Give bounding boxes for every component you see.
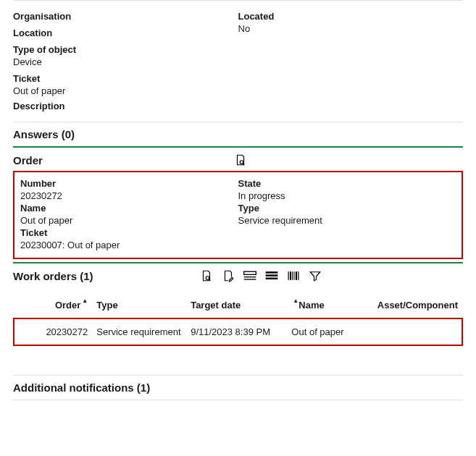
order-state-value: In progress — [238, 190, 456, 201]
organisation-label: Organisation — [13, 11, 238, 22]
svg-rect-9 — [265, 278, 277, 280]
description-label: Description — [13, 101, 238, 111]
additional-notifications-heading[interactable]: Additional notifications (1) — [13, 376, 463, 400]
sort-asc-icon: ▲ — [82, 298, 88, 304]
answers-heading[interactable]: Answers (0) — [13, 122, 463, 146]
cell-order: 20230272 — [14, 318, 92, 345]
svg-point-2 — [206, 276, 209, 280]
type-of-object-value: Device — [13, 56, 238, 67]
view-icon[interactable] — [198, 268, 215, 284]
col-order[interactable]: Order▲ — [14, 292, 92, 318]
order-name-value: Out of paper — [20, 215, 238, 226]
work-orders-table: Order▲ Type Target date ▲Name Asset/Comp… — [13, 292, 463, 346]
order-ticket-label: Ticket — [20, 227, 238, 238]
col-target-date[interactable]: Target date — [186, 292, 287, 318]
order-number-value: 20230272 — [20, 190, 238, 201]
order-ticket-value: 20230007: Out of paper — [20, 240, 238, 250]
order-type-label: Type — [238, 203, 456, 214]
svg-rect-4 — [243, 271, 256, 274]
cell-target-date: 9/11/2023 8:39 PM — [186, 318, 287, 345]
svg-rect-11 — [290, 271, 291, 280]
located-value: No — [238, 23, 464, 34]
card-view-icon[interactable] — [241, 268, 259, 284]
filter-icon[interactable] — [306, 268, 324, 284]
col-name[interactable]: ▲Name — [287, 292, 372, 318]
work-orders-heading[interactable]: Work orders (1) — [13, 270, 93, 282]
order-heading: Order — [13, 154, 43, 166]
svg-rect-7 — [265, 271, 277, 274]
svg-rect-15 — [298, 271, 298, 280]
work-orders-toolbar — [198, 268, 324, 284]
svg-rect-12 — [292, 271, 293, 280]
view-icon[interactable] — [232, 152, 249, 168]
svg-point-0 — [240, 161, 243, 164]
table-row[interactable]: 20230272 Service requirement 9/11/2023 8… — [14, 318, 462, 345]
svg-rect-8 — [265, 274, 277, 276]
svg-rect-14 — [296, 271, 297, 280]
cell-type: Service requirement — [92, 318, 186, 345]
edit-icon[interactable] — [220, 268, 237, 284]
ticket-value: Out of paper — [13, 85, 238, 96]
order-summary-box: Number 20230272 Name Out of paper Ticket… — [13, 171, 463, 259]
ticket-label: Ticket — [13, 73, 238, 84]
col-type[interactable]: Type — [92, 292, 186, 318]
cell-name: Out of paper — [287, 318, 372, 345]
type-of-object-label: Type of object — [13, 44, 238, 55]
location-label: Location — [13, 28, 238, 38]
order-state-label: State — [238, 178, 456, 189]
order-number-label: Number — [20, 178, 238, 189]
list-view-icon[interactable] — [263, 268, 280, 284]
cell-asset — [373, 318, 462, 345]
order-name-label: Name — [20, 203, 238, 214]
col-asset[interactable]: Asset/Component — [373, 292, 462, 318]
order-type-value: Service requirement — [238, 215, 456, 226]
details-block: Organisation Location Type of object Dev… — [13, 1, 463, 122]
barcode-icon[interactable] — [285, 268, 302, 284]
svg-rect-13 — [294, 271, 295, 280]
table-header-row: Order▲ Type Target date ▲Name Asset/Comp… — [14, 292, 462, 318]
svg-rect-10 — [288, 271, 288, 280]
located-label: Located — [238, 11, 464, 22]
sort-asc-icon: ▲ — [293, 298, 298, 304]
